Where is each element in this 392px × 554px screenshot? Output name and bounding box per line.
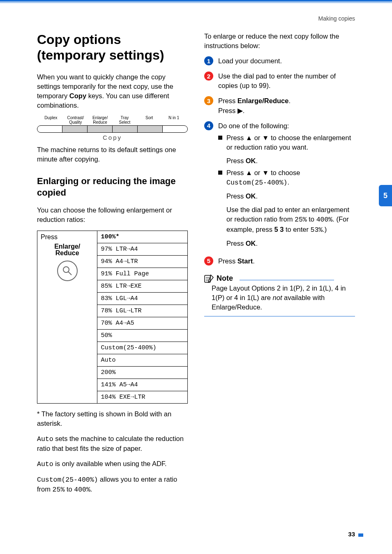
ratio-value: 91% Full Page bbox=[97, 268, 188, 280]
step-badge-1: 1 bbox=[204, 56, 213, 65]
choose-paragraph: You can choose the following enlargement… bbox=[37, 205, 188, 224]
page: Making copies 5 Copy options (temporary … bbox=[0, 0, 392, 554]
chapter-tab: 5 bbox=[379, 185, 392, 206]
right-intro: To enlarge or reduce the next copy follo… bbox=[204, 32, 355, 51]
ratio-value: 70% A4→A5 bbox=[97, 317, 188, 329]
ratio-value: 83% LGL→A4 bbox=[97, 292, 188, 305]
up-arrow-icon: ▲ bbox=[246, 169, 252, 176]
pencil-note-icon bbox=[204, 274, 214, 283]
right-arrow-icon: ▶ bbox=[238, 107, 243, 114]
ratio-value: 200% bbox=[97, 366, 188, 379]
step-3: 3 Press Enlarge/Reduce. Press ▶. bbox=[204, 96, 355, 115]
footnote: * The factory setting is shown in Bold w… bbox=[37, 409, 188, 428]
ratio-value: 50% bbox=[97, 329, 188, 342]
magnifier-icon bbox=[57, 261, 78, 281]
note-rule-bottom bbox=[204, 316, 355, 316]
enlarge-key-name: Enlarge/Reduce bbox=[41, 243, 94, 281]
custom-desc: Custom(25-400%) allows you to enter a ra… bbox=[37, 475, 188, 494]
note-rule-top bbox=[240, 280, 334, 280]
step-badge-2: 2 bbox=[204, 72, 213, 81]
step-2: 2 Use the dial pad to enter the number o… bbox=[204, 72, 355, 90]
ratios-table: Press Enlarge/Reduce 100%* 97% LTR→A4 94… bbox=[37, 231, 188, 404]
breadcrumb: Making copies bbox=[0, 3, 392, 22]
copy-keys-illustration: Duplex Contrast/Quality Enlarge/Reduce T… bbox=[37, 116, 188, 141]
top-rule-thick bbox=[0, 0, 392, 2]
down-arrow-icon: ▼ bbox=[262, 134, 269, 141]
note-heading: Note bbox=[204, 274, 233, 283]
ratio-value: Custom(25-400%) bbox=[97, 342, 188, 354]
key-row bbox=[37, 125, 188, 133]
key-label-tray: TraySelect bbox=[112, 116, 137, 125]
key-label-sort: Sort bbox=[137, 116, 161, 125]
ratio-value: 78% LGL→LTR bbox=[97, 305, 188, 317]
step-4a: Press ▲ or ▼ to choose the enlargement o… bbox=[218, 133, 355, 166]
step-4b: Press ▲ or ▼ to choose Custom(25-400%). … bbox=[218, 168, 355, 248]
step-5: 5 Press Start. bbox=[204, 256, 355, 266]
page-title: Copy options (temporary settings) bbox=[37, 32, 188, 63]
key-label-nin1: N in 1 bbox=[161, 116, 186, 125]
copy-label: Copy bbox=[37, 134, 188, 141]
right-column: To enlarge or reduce the next copy follo… bbox=[204, 32, 355, 500]
ratio-value: 104% EXE→LTR bbox=[97, 391, 188, 403]
page-number: 33 bbox=[348, 531, 355, 538]
key-label-enlarge: Enlarge/Reduce bbox=[88, 116, 113, 125]
press-label: Press bbox=[41, 233, 94, 241]
bullet-icon bbox=[218, 136, 222, 140]
bullet-icon bbox=[218, 171, 222, 175]
step-badge-4: 4 bbox=[204, 121, 213, 130]
left-column: Copy options (temporary settings) When y… bbox=[37, 32, 188, 500]
ratio-value: 141% A5→A4 bbox=[97, 379, 188, 391]
ratio-value: 85% LTR→EXE bbox=[97, 280, 188, 292]
press-cell: Press Enlarge/Reduce bbox=[37, 231, 97, 403]
up-arrow-icon: ▲ bbox=[246, 134, 252, 141]
key-label-duplex: Duplex bbox=[39, 116, 63, 125]
step-4: 4 Do one of the following: Press ▲ or ▼ … bbox=[204, 121, 355, 251]
down-arrow-icon: ▼ bbox=[262, 169, 269, 176]
step-badge-3: 3 bbox=[204, 96, 213, 105]
returns-paragraph: The machine returns to its default setti… bbox=[37, 145, 188, 164]
auto-desc-1: Auto sets the machine to calculate the r… bbox=[37, 434, 188, 453]
svg-line-1 bbox=[68, 272, 71, 275]
section-heading-enlarge: Enlarging or reducing the image copied bbox=[37, 175, 188, 198]
ratio-value: 94% A4→LTR bbox=[97, 255, 188, 268]
ratio-value: Auto bbox=[97, 354, 188, 366]
ratio-value: 100%* bbox=[97, 231, 188, 243]
auto-desc-2: Auto is only available when using the AD… bbox=[37, 459, 188, 469]
svg-point-0 bbox=[63, 267, 69, 272]
step-1: 1 Load your document. bbox=[204, 56, 355, 66]
note-body: Page Layout Options 2 in 1(P), 2 in 1(L)… bbox=[204, 284, 355, 312]
intro-paragraph: When you want to quickly change the copy… bbox=[37, 72, 188, 110]
ratio-value: 97% LTR→A4 bbox=[97, 243, 188, 255]
page-number-tick bbox=[358, 533, 363, 537]
key-label-contrast: Contrast/Quality bbox=[63, 116, 88, 125]
step-badge-5: 5 bbox=[204, 256, 213, 265]
